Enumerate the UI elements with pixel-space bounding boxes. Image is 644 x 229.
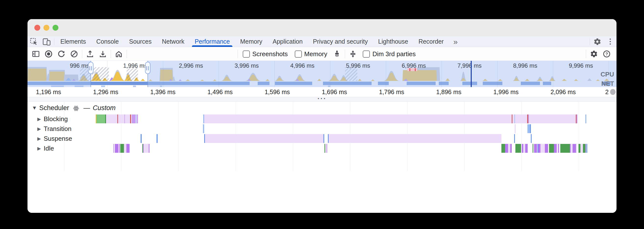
collapse-tracks-icon[interactable] [346,48,359,60]
upload-icon[interactable] [84,48,96,60]
flame-bar-idle[interactable] [587,144,587,153]
gc-brush-icon[interactable] [330,48,343,60]
flame-bar-blocking[interactable] [118,114,124,123]
flame-bar-idle[interactable] [572,144,576,153]
expand-arrow-icon[interactable]: ▶ [37,126,41,132]
checkbox-memory[interactable]: Memory [291,50,331,58]
selection-right-handle[interactable]: || [145,62,150,74]
settings-gear-icon[interactable] [591,36,604,47]
tab-lighthouse[interactable]: Lighthouse [373,36,413,47]
flame-bar-suspense[interactable] [156,134,158,143]
close-button[interactable] [34,25,40,31]
expand-arrow-icon[interactable]: ▶ [37,116,41,122]
flame-chart-area[interactable]: ▼ Scheduler — Custom ▶ Blocking [28,102,616,171]
flame-bar-idle[interactable] [560,144,570,153]
flame-bar-transition[interactable] [530,124,531,133]
flame-bar-blocking[interactable] [106,114,117,123]
flame-bar-blocking[interactable] [96,114,105,123]
flame-bar-idle[interactable] [120,144,124,153]
zoom-button[interactable] [52,25,58,31]
flame-bar-idle[interactable] [144,144,149,153]
flame-bar-idle[interactable] [505,144,508,153]
track-row-bars-suspense[interactable] [28,134,616,143]
track-row-bars-idle[interactable] [28,144,616,153]
flame-bar-idle[interactable] [510,144,512,153]
flame-bar-suspense[interactable] [205,134,324,143]
flame-bar-blocking[interactable] [137,114,138,123]
flame-bar-idle[interactable] [586,144,586,153]
tab-memory[interactable]: Memory [235,36,267,47]
flame-bar-blocking[interactable] [512,114,514,123]
checkbox-dim-3rd-parties[interactable]: Dim 3rd parties [359,50,419,58]
flame-bar-suspense[interactable] [531,134,532,143]
flame-bar-idle[interactable] [516,144,521,153]
inspect-icon[interactable] [28,36,40,47]
flame-bar-idle[interactable] [149,144,150,153]
help-icon[interactable]: ? [600,48,613,60]
expand-arrow-icon[interactable]: ▶ [37,136,41,141]
selection-left-handle[interactable]: || [88,62,94,74]
flame-bar-idle[interactable] [114,144,114,153]
flame-bar-suspense[interactable] [514,134,515,143]
expand-arrow-icon[interactable]: ▶ [37,146,41,151]
device-toolbar-icon[interactable] [40,36,53,47]
flame-bar-idle[interactable] [126,144,130,153]
flame-bar-blocking[interactable] [577,114,578,123]
screenshots-checkbox-box[interactable] [243,50,250,58]
flame-bar-blocking[interactable] [125,114,130,123]
flame-bar-blocking[interactable] [204,114,512,123]
flame-bar-idle[interactable] [545,144,548,153]
flame-bar-idle[interactable] [580,144,583,153]
dim-3rd-parties-checkbox-box[interactable] [363,50,370,58]
toggle-sidebar-icon[interactable] [30,48,42,60]
flame-bar-blocking[interactable] [529,114,576,123]
flame-bar-idle[interactable] [124,144,126,153]
flame-bar-idle[interactable] [525,144,528,153]
flame-bar-idle[interactable] [502,144,505,153]
flame-bar-idle[interactable] [570,144,572,153]
flame-bar-idle[interactable] [558,144,559,153]
download-icon[interactable] [96,48,109,60]
clear-icon[interactable] [68,48,80,60]
home-icon[interactable] [112,48,125,60]
record-icon[interactable] [42,48,55,60]
window-titlebar[interactable] [28,19,616,36]
collapse-arrow-icon[interactable]: ▼ [32,105,37,111]
kebab-menu-icon[interactable] [604,36,616,47]
flame-bar-idle[interactable] [578,144,580,153]
flame-bar-idle[interactable] [585,144,586,153]
minimize-button[interactable] [44,25,49,31]
flame-bar-idle[interactable] [523,144,525,153]
flame-bar-idle[interactable] [557,144,558,153]
reload-icon[interactable] [55,48,68,60]
flame-bar-blocking[interactable] [132,114,136,123]
flame-bar-idle[interactable] [508,144,510,153]
track-group-header[interactable]: ▼ Scheduler — Custom [28,103,175,113]
tab-privacy-and-security[interactable]: Privacy and security [308,36,373,47]
flame-bar-idle[interactable] [549,144,554,153]
flame-bar-suspense[interactable] [141,134,142,143]
tab-performance[interactable]: Performance [190,36,235,47]
flame-bar-transition[interactable] [528,124,530,133]
flame-bar-blocking[interactable] [515,114,527,123]
tab-sources[interactable]: Sources [124,36,157,47]
horizontal-scrollbar-thumb[interactable] [610,89,616,95]
flame-bar-idle[interactable] [540,144,545,153]
flame-bar-idle[interactable] [534,144,537,153]
flame-bar-idle[interactable] [327,144,327,153]
flame-bar-transition[interactable] [515,124,516,133]
flame-bar-suspense[interactable] [329,134,502,143]
track-row-bars-blocking[interactable] [28,114,616,123]
pane-resize-handle[interactable]: ··· [28,97,616,102]
flame-bar-idle[interactable] [538,144,540,153]
more-tabs-button[interactable]: » [449,36,462,47]
flame-bar-suspense[interactable] [324,134,324,143]
tab-application[interactable]: Application [268,36,308,47]
checkbox-screenshots[interactable]: Screenshots [239,50,291,58]
flame-bar-idle[interactable] [532,144,533,153]
tab-elements[interactable]: Elements [55,36,91,47]
tab-console[interactable]: Console [91,36,124,47]
tab-recorder[interactable]: Recorder [413,36,449,47]
settings-icon[interactable] [588,48,600,60]
flame-bar-transition[interactable] [203,124,204,133]
